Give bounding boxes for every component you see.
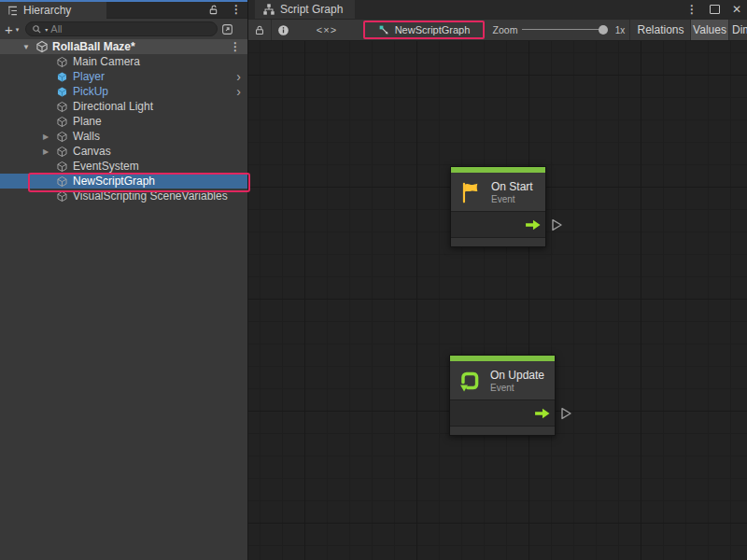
caret-down-icon: ▾: [16, 26, 20, 33]
cube-icon: [56, 56, 68, 68]
cube-icon: [56, 161, 68, 173]
zoom-slider-track[interactable]: [522, 29, 604, 30]
flow-output-arrow-icon[interactable]: [524, 218, 542, 231]
node-on-start[interactable]: On Start Event: [450, 166, 546, 247]
zoom-label: Zoom: [489, 20, 521, 40]
flag-icon: [458, 180, 483, 204]
plus-icon: +: [5, 22, 13, 36]
node-port-row: [450, 399, 555, 427]
hierarchy-tab-label: Hierarchy: [23, 4, 71, 17]
hierarchy-item-eventsystem[interactable]: ▶ EventSystem ›: [0, 159, 247, 174]
loop-icon: [458, 369, 482, 393]
node-on-update[interactable]: On Update Event: [449, 355, 556, 436]
node-titles: On Update Event: [490, 369, 544, 393]
item-label: Plane: [73, 115, 102, 128]
unlock-icon[interactable]: [208, 4, 219, 16]
hierarchy-item-newscriptgraph[interactable]: ▶ NewScriptGraph ›: [0, 174, 247, 189]
zoom-slider-handle[interactable]: [599, 25, 608, 35]
item-label: Walls: [73, 130, 100, 143]
node-header: On Start Event: [451, 173, 545, 211]
script-graph-toolbar: <×> NewScriptGraph Zoom 1x Relations Val…: [248, 19, 747, 41]
annotation-box-breadcrumb: NewScriptGraph: [363, 21, 485, 39]
breadcrumb-label: NewScriptGraph: [395, 24, 471, 35]
cube-icon: [56, 146, 68, 158]
search-filter-caret-icon: ▾: [45, 26, 48, 33]
hierarchy-item-main-camera[interactable]: ▶ Main Camera ›: [0, 54, 247, 69]
item-label: NewScriptGraph: [73, 175, 155, 188]
graph-breadcrumb[interactable]: NewScriptGraph: [378, 24, 471, 36]
script-graph-tab-bar: Script Graph ⋮ ✕: [248, 0, 747, 19]
cube-icon: [56, 190, 68, 203]
close-icon[interactable]: ✕: [732, 4, 741, 15]
foldout-icon[interactable]: ▶: [43, 133, 56, 141]
node-subtitle: Event: [490, 383, 544, 393]
graph-icon: [262, 3, 275, 16]
graph-canvas[interactable]: On Start Event On Update Event: [248, 41, 747, 560]
script-graph-panel: Script Graph ⋮ ✕ <×> Ne: [247, 0, 747, 560]
foldout-open-icon[interactable]: ▼: [22, 43, 35, 51]
toolbar-separator: [629, 20, 630, 40]
hierarchy-item-directional-light[interactable]: ▶ Directional Light ›: [0, 99, 247, 114]
hierarchy-panel: Hierarchy ⋮ +▾ ▾ All: [0, 0, 247, 560]
variables-toggle[interactable]: <×>: [312, 20, 342, 40]
maximize-icon[interactable]: [710, 5, 720, 14]
tab-hierarchy[interactable]: Hierarchy: [0, 2, 106, 19]
chevron-right-icon[interactable]: ›: [236, 85, 241, 98]
node-footer: [450, 427, 555, 435]
script-graph-tab-label: Script Graph: [280, 3, 343, 16]
zoom-value: 1x: [611, 20, 629, 40]
toolbar-separator: [271, 20, 272, 40]
unity-editor-window: Hierarchy ⋮ +▾ ▾ All: [0, 0, 747, 560]
kebab-menu-icon[interactable]: ⋮: [231, 4, 242, 15]
kebab-menu-icon[interactable]: ⋮: [686, 4, 698, 15]
node-port-row: [451, 211, 545, 238]
cube-icon: [56, 131, 68, 143]
hierarchy-item-pickup[interactable]: ▶ PickUp ›: [0, 84, 247, 99]
hierarchy-item-player[interactable]: ▶ Player ›: [0, 69, 247, 84]
node-header: On Update Event: [450, 361, 555, 399]
hierarchy-item-walls[interactable]: ▶ Walls ›: [0, 129, 247, 144]
flow-port-triangle-icon[interactable]: [560, 406, 572, 421]
item-label: PickUp: [73, 85, 108, 98]
item-label: Canvas: [73, 145, 111, 158]
cube-icon: [56, 116, 68, 128]
node-title: On Update: [490, 369, 544, 382]
foldout-icon[interactable]: ▶: [43, 147, 56, 156]
chevron-right-icon[interactable]: ›: [236, 70, 241, 83]
search-icon: [32, 24, 42, 35]
cube-icon: [56, 101, 68, 113]
search-placeholder: All: [50, 23, 62, 35]
item-label: Directional Light: [73, 100, 153, 113]
window-controls: ⋮ ✕: [686, 0, 741, 19]
values-button[interactable]: Values: [691, 20, 728, 40]
cube-icon: [56, 175, 68, 188]
add-object-button[interactable]: +▾: [5, 22, 19, 36]
node-title: On Start: [491, 180, 533, 193]
hierarchy-item-plane[interactable]: ▶ Plane ›: [0, 114, 247, 129]
hierarchy-item-canvas[interactable]: ▶ Canvas ›: [0, 144, 247, 159]
node-titles: On Start Event: [491, 180, 533, 204]
info-button[interactable]: [273, 20, 294, 40]
prefab-cube-icon: [56, 71, 68, 83]
node-footer: [451, 238, 545, 246]
scene-header[interactable]: ▼ RollaBall Maze* ⋮: [0, 39, 247, 54]
search-input[interactable]: ▾ All: [25, 21, 218, 36]
hierarchy-tab-bar: Hierarchy ⋮: [0, 0, 247, 19]
script-graph-asset-icon: [378, 24, 390, 36]
item-label: VisualScripting SceneVariables: [73, 189, 228, 203]
flow-port-triangle-icon[interactable]: [551, 217, 563, 232]
hierarchy-tab-actions: ⋮: [208, 2, 242, 17]
dim-button[interactable]: Dim: [729, 20, 747, 40]
lock-button[interactable]: [248, 20, 270, 40]
focus-indicator: [0, 0, 247, 2]
relations-button[interactable]: Relations: [631, 20, 690, 40]
picker-icon[interactable]: [221, 23, 233, 35]
hierarchy-list: ▶ Main Camera › ▶ Player › ▶ PickUp › ▶: [0, 54, 247, 203]
item-label: Main Camera: [73, 55, 140, 68]
item-label: Player: [73, 70, 105, 83]
node-subtitle: Event: [491, 194, 533, 204]
kebab-menu-icon[interactable]: ⋮: [230, 41, 241, 52]
hierarchy-item-visualscripting-scenevariables[interactable]: ▶ VisualScripting SceneVariables ›: [0, 189, 247, 203]
flow-output-arrow-icon[interactable]: [533, 407, 551, 419]
tab-script-graph[interactable]: Script Graph: [255, 0, 355, 19]
